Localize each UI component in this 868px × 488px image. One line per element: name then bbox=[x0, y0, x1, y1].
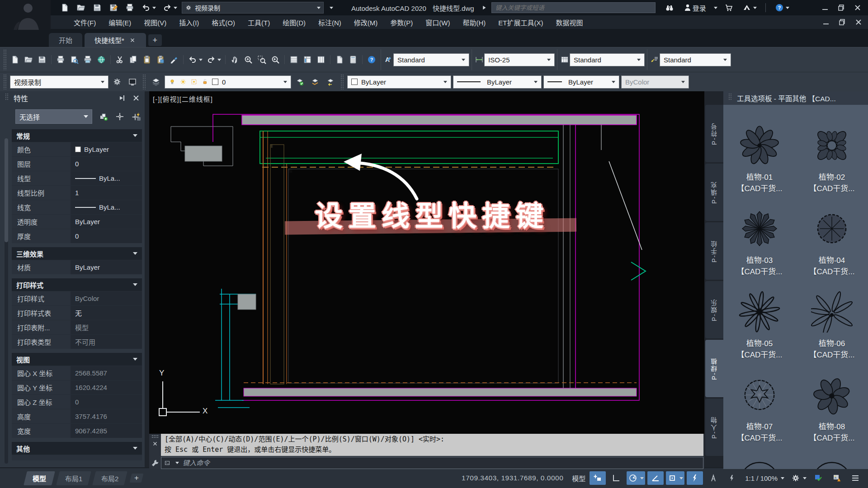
layout-tab[interactable]: 模型 bbox=[24, 471, 55, 485]
lineweight-combo[interactable]: ByLayer bbox=[543, 75, 619, 89]
doc-minimize-button[interactable] bbox=[818, 16, 834, 28]
doc-button[interactable] bbox=[333, 53, 346, 66]
object-snap-toggle[interactable] bbox=[666, 471, 684, 485]
ortho-mode-toggle[interactable] bbox=[608, 471, 624, 485]
menu-item[interactable]: 帮助(H) bbox=[457, 16, 491, 29]
paste-button[interactable] bbox=[140, 53, 154, 66]
property-row[interactable]: 线型ByLa... bbox=[12, 171, 142, 185]
palette-item[interactable]: 植物-08【CAD干货... bbox=[796, 374, 868, 457]
pickadd-toggle-icon[interactable] bbox=[131, 112, 141, 122]
section-header[interactable]: 视图 bbox=[12, 353, 142, 366]
close-icon[interactable] bbox=[131, 93, 141, 103]
zoom-window-button[interactable] bbox=[255, 53, 269, 66]
match-layer-button[interactable] bbox=[308, 75, 322, 88]
property-value[interactable]: ByLayer bbox=[71, 260, 142, 274]
annotation-visibility-toggle[interactable] bbox=[687, 471, 703, 485]
isometric-drafting-toggle[interactable] bbox=[647, 471, 664, 485]
linetype-combo[interactable]: ByLayer bbox=[453, 75, 542, 89]
properties-scrollbar[interactable] bbox=[5, 138, 8, 464]
property-value[interactable]: 2568.5587 bbox=[71, 366, 142, 380]
property-value[interactable]: 不可用 bbox=[71, 335, 142, 349]
recent-commands-caret[interactable] bbox=[175, 462, 179, 464]
sheet-list-button[interactable] bbox=[287, 53, 301, 66]
menu-item[interactable]: 文件(F) bbox=[68, 16, 102, 29]
signin-caret[interactable] bbox=[714, 7, 717, 9]
app-store-button[interactable] bbox=[722, 1, 736, 14]
palette-item[interactable]: 植物-01【CAD干货... bbox=[723, 125, 796, 208]
drawing-canvas[interactable]: [-][俯视][二维线框] 设置线型快捷键 Y X [全部(A)/中心(C)/动… bbox=[149, 91, 704, 469]
palette-tab[interactable]: P-绿植 bbox=[705, 340, 723, 397]
undo-button[interactable] bbox=[139, 1, 158, 14]
property-value[interactable]: 0 bbox=[71, 395, 142, 409]
palette-tab[interactable]: P-手绘 bbox=[705, 222, 723, 280]
layout-tab[interactable]: 布局1 bbox=[56, 471, 91, 485]
menu-item[interactable]: 参数(P) bbox=[384, 16, 419, 29]
file-tab[interactable]: 快捷线型* bbox=[85, 33, 146, 47]
property-value[interactable]: ByLayer bbox=[71, 142, 142, 156]
save-button[interactable] bbox=[35, 53, 49, 66]
make-layer-current-button[interactable] bbox=[293, 75, 307, 88]
customization-menu-button[interactable] bbox=[847, 471, 863, 485]
property-row[interactable]: 线型比例1 bbox=[12, 185, 142, 200]
search-button[interactable] bbox=[663, 1, 676, 14]
property-value[interactable]: ByLa... bbox=[71, 171, 142, 185]
workspace-settings-button[interactable] bbox=[110, 75, 124, 88]
model-space-button[interactable]: 模型 bbox=[572, 474, 585, 483]
property-row[interactable]: 颜色ByLayer bbox=[12, 142, 142, 156]
menu-item[interactable]: 数据视图 bbox=[550, 16, 589, 29]
palette-item[interactable]: 植物-02【CAD干货... bbox=[796, 125, 868, 208]
section-header[interactable]: 打印样式 bbox=[12, 278, 142, 291]
search-input[interactable] bbox=[491, 2, 656, 13]
property-value[interactable]: ByLa... bbox=[71, 200, 142, 214]
section-header[interactable]: 三维效果 bbox=[12, 247, 142, 260]
property-value[interactable]: 模型 bbox=[71, 320, 142, 334]
zoom-previous-button[interactable] bbox=[269, 53, 282, 66]
property-row[interactable]: 图层0 bbox=[12, 156, 142, 171]
select-objects-icon[interactable] bbox=[115, 112, 125, 122]
property-row[interactable]: 透明度ByLayer bbox=[12, 214, 142, 229]
property-row[interactable]: 圆心 X 坐标2568.5587 bbox=[12, 366, 142, 380]
menu-item[interactable]: ET扩展工具(X) bbox=[492, 16, 549, 29]
property-row[interactable]: 厚度0 bbox=[12, 229, 142, 243]
console-drag-handle[interactable] bbox=[151, 435, 159, 438]
property-row[interactable]: 高度3757.4176 bbox=[12, 409, 142, 423]
new-file-button[interactable] bbox=[58, 1, 71, 14]
zoom-realtime-button[interactable] bbox=[241, 53, 255, 66]
palette-item[interactable]: 植物-03【CAD干货... bbox=[723, 208, 796, 291]
paste-block-button[interactable] bbox=[154, 53, 167, 66]
annotation-scale-toggle[interactable] bbox=[724, 471, 740, 485]
section-header[interactable]: 其他 bbox=[12, 442, 142, 455]
property-row[interactable]: 线宽ByLa... bbox=[12, 200, 142, 214]
isolate-objects-button[interactable] bbox=[829, 471, 845, 485]
new-drawing-tab-button[interactable]: + bbox=[148, 34, 162, 46]
workspace-toolbar-combo[interactable]: 视频录制 bbox=[10, 75, 108, 89]
command-history[interactable]: [全部(A)/中心(C)/动态(D)/范围(E)/上一个(P)/比例(S)/窗口… bbox=[161, 434, 703, 456]
section-header[interactable]: 常规 bbox=[12, 129, 142, 142]
command-input[interactable] bbox=[182, 459, 700, 467]
calculator-button[interactable] bbox=[346, 53, 360, 66]
property-value[interactable]: 9067.4285 bbox=[71, 424, 142, 438]
hardware-acceleration-button[interactable] bbox=[810, 471, 826, 485]
text-style-combo[interactable]: Standard bbox=[393, 53, 469, 66]
doc-restore-button[interactable] bbox=[835, 16, 850, 28]
close-button[interactable] bbox=[850, 2, 865, 14]
doc-close-button[interactable] bbox=[851, 16, 866, 28]
annotation-auto-toggle[interactable] bbox=[705, 471, 722, 485]
close-icon[interactable] bbox=[151, 440, 159, 447]
menu-item[interactable]: 标注(N) bbox=[312, 16, 347, 29]
property-value[interactable]: 0 bbox=[71, 157, 142, 171]
columns-button[interactable] bbox=[314, 53, 328, 66]
palette-item[interactable]: 植物-06【CAD干货... bbox=[796, 291, 868, 374]
palette-item[interactable]: 植物-05【CAD干货... bbox=[723, 291, 796, 374]
redo-button[interactable] bbox=[160, 1, 179, 14]
quick-select-icon[interactable] bbox=[99, 112, 108, 122]
restore-button[interactable] bbox=[834, 2, 849, 14]
new-layout-button[interactable]: + bbox=[129, 474, 143, 483]
palette-tab[interactable]: P-符号 bbox=[705, 105, 723, 162]
property-value[interactable]: ByColor bbox=[71, 291, 142, 305]
workspace-combo[interactable]: 视频录制 bbox=[182, 2, 324, 14]
selection-combo[interactable]: 无选择 bbox=[15, 109, 92, 124]
redo-button[interactable] bbox=[204, 53, 223, 66]
dim-style-combo[interactable]: ISO-25 bbox=[484, 53, 555, 66]
auto-hide-icon[interactable] bbox=[118, 93, 127, 103]
